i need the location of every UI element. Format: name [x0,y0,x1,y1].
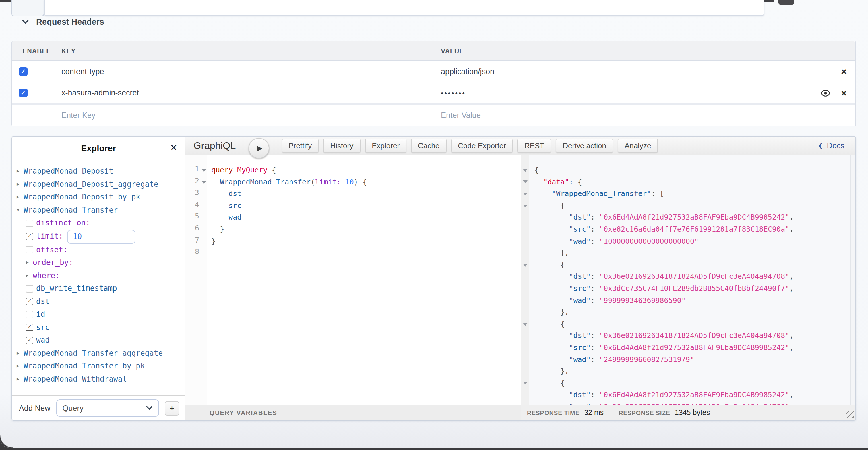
header-key-cell[interactable]: content-type [61,61,435,82]
header-key-input[interactable]: Enter Key [61,105,435,126]
line-number: 2 [185,176,207,188]
fold-arrow-icon[interactable] [202,169,206,172]
tree-checkbox[interactable] [26,285,33,292]
header-value-cell[interactable]: •••••••✕ [435,82,856,104]
header-value-input[interactable]: Enter Value [435,105,856,126]
fold-arrow-icon[interactable] [523,263,527,266]
toolbar-button-explorer[interactable]: Explorer [365,139,406,153]
tree-arrow-icon: ▶ [26,256,33,269]
code-line [211,247,521,259]
column-key: KEY [61,48,435,54]
remove-header-icon[interactable]: ✕ [838,67,849,76]
response-line: "src": "0xe82c16a6da04ff7e76F61991281a7f… [534,224,850,235]
response-line: "wad": "999999346369986590" [534,294,850,306]
tree-arrow-icon: ▶ [17,360,24,373]
tree-checkbox[interactable] [26,220,33,227]
tree-item-label: WrappedMonad_Deposit_by_pk [24,191,141,204]
tree-item-wrappedmonad_withdrawal[interactable]: ▶WrappedMonad_Withdrawal [17,373,185,386]
tree-item-wrappedmonad_transfer_by_pk[interactable]: ▶WrappedMonad_Transfer_by_pk [17,360,185,373]
header-enable-checkbox[interactable]: ✓ [19,88,28,97]
tree-field-wad[interactable]: ✓wad [17,334,185,347]
fold-row [521,200,529,212]
tree-item-label: WrappedMonad_Deposit [24,165,113,178]
tree-checkbox[interactable]: ✓ [26,298,33,306]
response-viewer: { "data": { "WrappedMonad_Transfer": [ {… [521,155,856,404]
header-key-cell[interactable]: x-hasura-admin-secret [61,82,435,104]
header-enable-checkbox[interactable]: ✓ [19,67,28,76]
header-key-value: content-type [61,67,104,76]
key-placeholder: Enter Key [61,111,96,119]
tree-arg-limit[interactable]: ✓limit:10 [17,230,185,244]
fold-arrow-icon[interactable] [523,323,527,326]
toolbar-button-derive-action[interactable]: Derive action [556,139,613,153]
toolbar-button-prettify[interactable]: Prettify [282,139,319,153]
docs-link[interactable]: ❮ Docs [807,137,856,154]
tree-checkbox[interactable] [26,246,33,254]
table-header-row: ENABLE KEY VALUE [12,41,856,61]
line-number: 6 [185,224,207,235]
header-value-cell[interactable]: application/json✕ [435,61,856,82]
tree-arg-distinct_on[interactable]: distinct_on: [17,217,185,230]
tree-arrow-icon: ▶ [17,191,24,204]
fold-gutter [521,155,529,404]
tree-checkbox[interactable]: ✓ [26,337,33,344]
fold-row [521,235,529,247]
value-placeholder: Enter Value [441,111,481,119]
tree-item-wrappedmonad_transfer[interactable]: ▼WrappedMonad_Transfer [17,204,185,217]
response-scrollbar[interactable] [850,155,856,404]
tree-item-label: distinct_on: [36,217,90,230]
tree-checkbox[interactable]: ✓ [26,233,33,240]
request-headers-section-toggle[interactable]: Request Headers [22,17,104,26]
tree-field-src[interactable]: ✓src [17,321,185,334]
limit-value-input[interactable]: 10 [67,230,135,244]
resize-grip[interactable] [846,411,854,418]
response-line: }, [534,247,850,259]
tree-arg-where[interactable]: ▶where: [17,269,185,282]
add-operation-button[interactable]: + [165,401,179,415]
tree-item-label: where: [33,269,60,282]
response-line: }, [534,306,850,318]
tree-arrow-icon: ▶ [26,269,33,282]
query-variables-bar[interactable]: QUERY VARIABLES [185,404,521,420]
add-new-select[interactable]: Query [56,399,159,417]
play-icon: ▶ [255,144,262,152]
remove-header-icon[interactable]: ✕ [838,88,849,97]
fold-arrow-icon[interactable] [523,169,527,172]
explorer-footer: Add New Query + [12,395,185,420]
toolbar-button-history[interactable]: History [323,139,360,153]
tree-item-label: WrappedMonad_Deposit_aggregate [24,178,158,191]
graphiql-toolbar: GraphiQL ▶ PrettifyHistoryExplorerCacheC… [185,137,856,155]
tree-arg-order_by[interactable]: ▶order_by: [17,256,185,269]
tree-item-wrappedmonad_transfer_aggregate[interactable]: ▶WrappedMonad_Transfer_aggregate [17,347,185,360]
tree-field-id[interactable]: id [17,308,185,321]
eye-icon[interactable] [821,89,830,96]
query-editor[interactable]: 12345678 query MyQuery { WrappedMonad_Tr… [185,155,521,404]
fold-arrow-icon[interactable] [523,181,527,184]
toolbar-button-cache[interactable]: Cache [411,139,446,153]
line-number: 7 [185,235,207,247]
tree-item-wrappedmonad_deposit_aggregate[interactable]: ▶WrappedMonad_Deposit_aggregate [17,178,185,191]
tree-item-wrappedmonad_deposit[interactable]: ▶WrappedMonad_Deposit [17,165,185,178]
close-icon[interactable]: ✕ [170,143,177,153]
tree-checkbox[interactable]: ✓ [26,324,33,331]
docs-label: Docs [827,141,844,150]
tree-arg-offset[interactable]: offset: [17,244,185,256]
tree-item-wrappedmonad_deposit_by_pk[interactable]: ▶WrappedMonad_Deposit_by_pk [17,191,185,204]
execute-query-button[interactable]: ▶ [248,138,269,158]
fold-row [521,306,529,318]
endpoint-method-stub[interactable] [11,0,44,16]
query-code[interactable]: query MyQuery { WrappedMonad_Transfer(li… [207,155,521,404]
tree-field-db_write_timestamp[interactable]: db_write_timestamp [17,282,185,295]
tree-field-dst[interactable]: ✓dst [17,295,185,308]
endpoint-url-input-stub[interactable] [44,0,764,16]
fold-arrow-icon[interactable] [523,193,527,195]
toolbar-button-analyze[interactable]: Analyze [618,139,658,153]
toolbar-button-rest[interactable]: REST [518,139,551,153]
tree-checkbox[interactable] [26,311,33,318]
fold-arrow-icon[interactable] [523,204,527,207]
toolbar-button-code-exporter[interactable]: Code Exporter [451,139,513,153]
fold-arrow-icon[interactable] [202,181,206,184]
fold-arrow-icon[interactable] [523,382,527,385]
enable-cell: ✓ [12,61,61,82]
scrollbar-thumb[interactable] [778,0,794,5]
